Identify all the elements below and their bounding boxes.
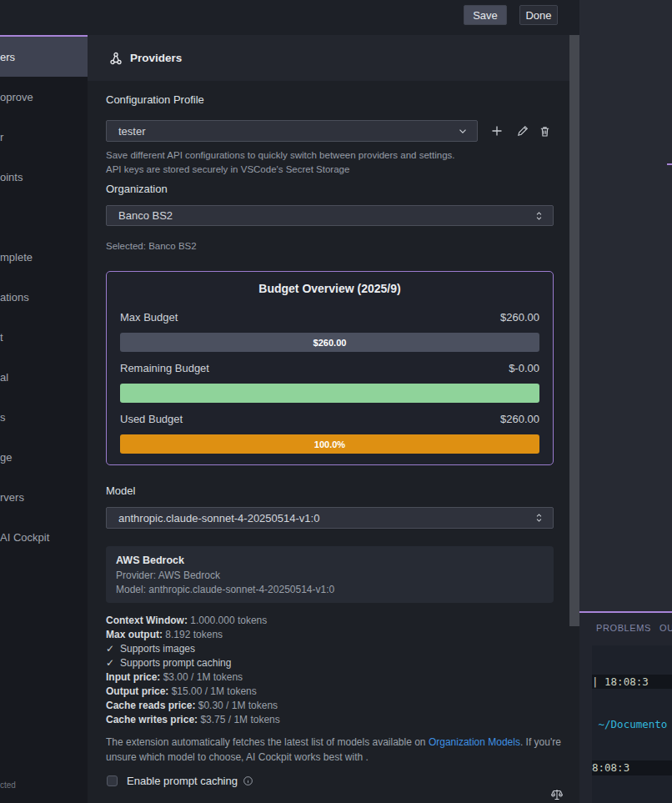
remaining-budget-amount: $-0.00 [509,362,539,374]
used-budget-label: Used Budget [120,413,183,425]
settings-content: Providers Configuration Profile tester S… [88,35,579,803]
tab-problems[interactable]: PROBLEMS [596,623,651,633]
sidebar-item-providers[interactable]: ers [0,37,88,77]
select-updown-icon [534,512,544,524]
model-info-title: AWS Bedrock [116,555,544,566]
sidebar-item-terminal[interactable]: al [0,357,88,397]
bottom-panel: PROBLEMS OU | 18:08:3 ~/Documento 8:08:3… [579,611,672,803]
remaining-budget-bar [120,384,539,403]
model-value: anthropic.claude-sonnet-4-20250514-v1:0 [118,512,319,524]
delete-profile-button[interactable] [537,123,552,138]
prompt-caching-row: Enable prompt caching [107,775,253,787]
terminal-line: 8:08:3 [592,760,672,775]
sash-accent-dash [667,163,672,165]
sidebar-item-about-ai-cockpit[interactable]: AI Cockpit [0,517,88,557]
used-budget-bar: 100.0% [120,434,539,454]
tab-output[interactable]: OU [659,623,672,633]
sidebar-item-label: ers [0,51,15,63]
sidebar-item-label: mplete [0,251,33,263]
sidebar-item-label: s [0,411,6,424]
budget-overview-card: Budget Overview (2025/9) Max Budget $260… [106,271,554,465]
chevron-down-icon [457,125,469,137]
organization-select[interactable]: Banco BS2 [106,205,554,226]
sidebar-item-language[interactable]: ge [0,437,88,477]
model-label: Model [106,484,135,497]
terminal-line: ~/Documento [592,717,672,731]
content-scrollbar[interactable] [569,35,579,626]
sidebar-item-prompts[interactable]: s [0,397,88,437]
sidebar-item-hidden[interactable] [0,197,88,237]
editor-region: PROBLEMS OU | 18:08:3 ~/Documento 8:08:3… [579,0,672,803]
add-profile-button[interactable] [489,123,504,138]
max-budget-bar-text: $260.00 [313,338,347,348]
organization-value: Banco BS2 [118,209,173,222]
sidebar-item-complete[interactable]: mplete [0,237,88,277]
check-icon: ✓ [106,656,120,670]
configuration-profile-label: Configuration Profile [106,93,204,106]
max-budget-bar: $260.00 [120,333,539,352]
sidebar-bottom-fragment: cted [0,780,16,790]
sidebar-item-label: AI Cockpit [0,531,49,544]
section-header: Providers [88,35,579,81]
model-select[interactable]: anthropic.claude-sonnet-4-20250514-v1:0 [106,507,554,529]
models-fetch-note: The extension automatically fetches the … [106,735,579,765]
sidebar-item-label: ge [0,451,12,464]
page-title: Providers [130,52,182,64]
organization-label: Organization [106,183,168,195]
model-info-model: Model: anthropic.claude-sonnet-4-2025051… [116,584,544,595]
organization-models-link[interactable]: Organization Models [429,736,520,748]
max-budget-amount: $260.00 [500,311,539,324]
scales-icon [550,789,564,803]
info-icon[interactable] [243,775,253,786]
providers-icon [109,52,123,65]
model-info-provider: Provider: AWS Bedrock [116,570,544,581]
sidebar-item-checkpoints[interactable]: oints [0,157,88,197]
sidebar-item-label: oints [0,171,23,183]
organization-selected-text: Selected: Banco BS2 [106,241,197,251]
sidebar-item-label: oprove [0,91,33,103]
used-budget-amount: $260.00 [500,413,539,425]
settings-panel: Save Done ers oprove r oints mplete atio… [0,0,579,803]
sidebar-item-label: t [0,331,3,344]
sidebar-item-mcp-servers[interactable]: rvers [0,477,88,517]
model-specs: Context Window: 1.000.000 tokens Max out… [106,614,280,727]
sidebar-item-browser[interactable]: r [0,117,88,157]
check-icon: ✓ [106,642,120,656]
settings-sidebar: ers oprove r oints mplete ations t al s … [0,37,88,803]
sidebar-item-context[interactable]: t [0,317,88,357]
input-price-line: Input price: $3.00 / 1M tokens [106,670,280,685]
cache-reads-price-line: Cache reads price: $0.30 / 1M tokens [106,699,280,713]
sidebar-item-label: r [0,131,3,143]
select-updown-icon [534,210,544,222]
output-price-line: Output price: $15.00 / 1M tokens [106,685,280,699]
model-info-box: AWS Bedrock Provider: AWS Bedrock Model:… [106,546,554,603]
budget-card-title: Budget Overview (2025/9) [107,282,553,295]
max-budget-label: Max Budget [120,311,178,324]
done-button[interactable]: Done [519,5,558,25]
remaining-budget-label: Remaining Budget [120,362,209,374]
settings-topbar: Save Done [0,0,579,35]
sidebar-item-label: rvers [0,491,24,504]
terminal-output[interactable]: | 18:08:3 ~/Documento 8:08:3 ~/Documento… [592,645,672,803]
supports-images-line: ✓Supports images [106,642,280,656]
supports-prompt-caching-line: ✓Supports prompt caching [106,656,280,670]
enable-prompt-caching-checkbox[interactable] [107,775,118,786]
save-button[interactable]: Save [464,5,507,25]
terminal-line: | 18:08:3 [592,675,672,689]
enable-prompt-caching-label: Enable prompt caching [127,775,238,787]
used-budget-bar-text: 100.0% [314,439,345,449]
sidebar-item-label: ations [0,291,29,304]
configuration-profile-dropdown[interactable]: tester [106,120,478,142]
sidebar-item-notifications[interactable]: ations [0,277,88,317]
profile-help-line1: Save different API configurations to qui… [106,150,455,160]
sidebar-item-auto-approve[interactable]: oprove [0,77,88,117]
context-window-line: Context Window: 1.000.000 tokens [106,614,280,628]
profile-help-line2: API keys are stored securely in VSCode's… [106,164,349,174]
max-output-line: Max output: 8.192 tokens [106,628,280,642]
edit-profile-button[interactable] [514,123,529,138]
sidebar-item-label: al [0,371,8,384]
configuration-profile-value: tester [118,125,146,138]
cache-writes-price-line: Cache writes price: $3.75 / 1M tokens [106,713,280,727]
